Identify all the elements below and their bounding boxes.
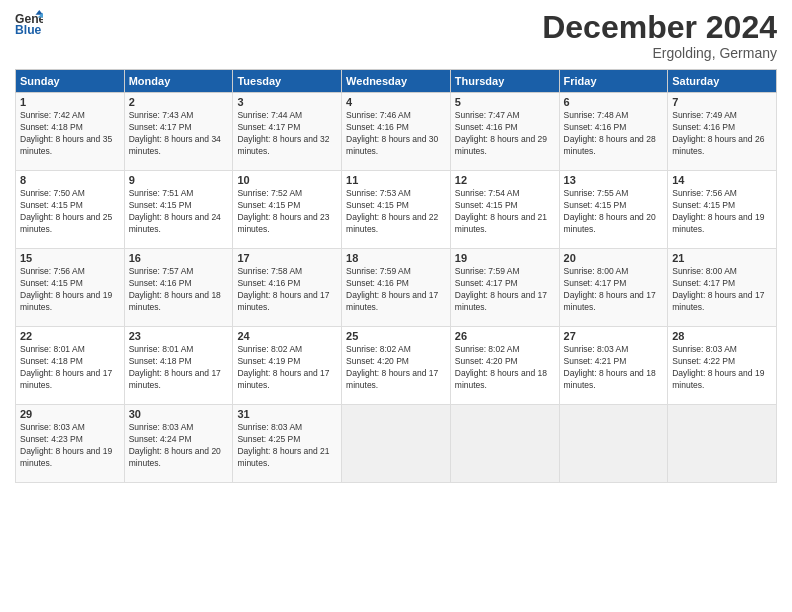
day-detail: Sunrise: 8:02 AMSunset: 4:20 PMDaylight:… bbox=[455, 344, 547, 390]
day-number: 7 bbox=[672, 96, 772, 108]
day-detail: Sunrise: 8:01 AMSunset: 4:18 PMDaylight:… bbox=[129, 344, 221, 390]
calendar-week-row: 29 Sunrise: 8:03 AMSunset: 4:23 PMDaylig… bbox=[16, 405, 777, 483]
day-number: 28 bbox=[672, 330, 772, 342]
table-row: 26 Sunrise: 8:02 AMSunset: 4:20 PMDaylig… bbox=[450, 327, 559, 405]
day-detail: Sunrise: 8:03 AMSunset: 4:25 PMDaylight:… bbox=[237, 422, 329, 468]
table-row: 13 Sunrise: 7:55 AMSunset: 4:15 PMDaylig… bbox=[559, 171, 668, 249]
day-number: 24 bbox=[237, 330, 337, 342]
day-detail: Sunrise: 8:03 AMSunset: 4:24 PMDaylight:… bbox=[129, 422, 221, 468]
table-row: 7 Sunrise: 7:49 AMSunset: 4:16 PMDayligh… bbox=[668, 93, 777, 171]
table-row: 2 Sunrise: 7:43 AMSunset: 4:17 PMDayligh… bbox=[124, 93, 233, 171]
logo-line: General Blue bbox=[15, 10, 47, 38]
header-wednesday: Wednesday bbox=[342, 70, 451, 93]
table-row: 5 Sunrise: 7:47 AMSunset: 4:16 PMDayligh… bbox=[450, 93, 559, 171]
day-number: 4 bbox=[346, 96, 446, 108]
day-detail: Sunrise: 8:03 AMSunset: 4:21 PMDaylight:… bbox=[564, 344, 656, 390]
day-detail: Sunrise: 7:53 AMSunset: 4:15 PMDaylight:… bbox=[346, 188, 438, 234]
table-row: 4 Sunrise: 7:46 AMSunset: 4:16 PMDayligh… bbox=[342, 93, 451, 171]
day-number: 16 bbox=[129, 252, 229, 264]
table-row: 18 Sunrise: 7:59 AMSunset: 4:16 PMDaylig… bbox=[342, 249, 451, 327]
day-number: 11 bbox=[346, 174, 446, 186]
month-title: December 2024 bbox=[542, 10, 777, 45]
day-detail: Sunrise: 7:46 AMSunset: 4:16 PMDaylight:… bbox=[346, 110, 438, 156]
calendar-table: Sunday Monday Tuesday Wednesday Thursday… bbox=[15, 69, 777, 483]
header-tuesday: Tuesday bbox=[233, 70, 342, 93]
table-row: 27 Sunrise: 8:03 AMSunset: 4:21 PMDaylig… bbox=[559, 327, 668, 405]
day-number: 22 bbox=[20, 330, 120, 342]
day-number: 26 bbox=[455, 330, 555, 342]
table-row bbox=[668, 405, 777, 483]
day-number: 20 bbox=[564, 252, 664, 264]
table-row: 25 Sunrise: 8:02 AMSunset: 4:20 PMDaylig… bbox=[342, 327, 451, 405]
table-row: 1 Sunrise: 7:42 AMSunset: 4:18 PMDayligh… bbox=[16, 93, 125, 171]
day-number: 8 bbox=[20, 174, 120, 186]
table-row: 30 Sunrise: 8:03 AMSunset: 4:24 PMDaylig… bbox=[124, 405, 233, 483]
table-row: 29 Sunrise: 8:03 AMSunset: 4:23 PMDaylig… bbox=[16, 405, 125, 483]
day-number: 15 bbox=[20, 252, 120, 264]
table-row: 19 Sunrise: 7:59 AMSunset: 4:17 PMDaylig… bbox=[450, 249, 559, 327]
day-detail: Sunrise: 7:59 AMSunset: 4:17 PMDaylight:… bbox=[455, 266, 547, 312]
table-row bbox=[559, 405, 668, 483]
calendar-week-row: 8 Sunrise: 7:50 AMSunset: 4:15 PMDayligh… bbox=[16, 171, 777, 249]
day-detail: Sunrise: 7:51 AMSunset: 4:15 PMDaylight:… bbox=[129, 188, 221, 234]
day-number: 14 bbox=[672, 174, 772, 186]
logo: General Blue bbox=[15, 10, 47, 38]
day-detail: Sunrise: 7:50 AMSunset: 4:15 PMDaylight:… bbox=[20, 188, 112, 234]
day-number: 29 bbox=[20, 408, 120, 420]
calendar-body: 1 Sunrise: 7:42 AMSunset: 4:18 PMDayligh… bbox=[16, 93, 777, 483]
day-detail: Sunrise: 8:02 AMSunset: 4:19 PMDaylight:… bbox=[237, 344, 329, 390]
table-row: 21 Sunrise: 8:00 AMSunset: 4:17 PMDaylig… bbox=[668, 249, 777, 327]
table-row: 16 Sunrise: 7:57 AMSunset: 4:16 PMDaylig… bbox=[124, 249, 233, 327]
header-thursday: Thursday bbox=[450, 70, 559, 93]
day-number: 30 bbox=[129, 408, 229, 420]
table-row: 12 Sunrise: 7:54 AMSunset: 4:15 PMDaylig… bbox=[450, 171, 559, 249]
day-detail: Sunrise: 8:02 AMSunset: 4:20 PMDaylight:… bbox=[346, 344, 438, 390]
header-sunday: Sunday bbox=[16, 70, 125, 93]
weekday-header-row: Sunday Monday Tuesday Wednesday Thursday… bbox=[16, 70, 777, 93]
day-number: 5 bbox=[455, 96, 555, 108]
day-detail: Sunrise: 7:49 AMSunset: 4:16 PMDaylight:… bbox=[672, 110, 764, 156]
day-number: 1 bbox=[20, 96, 120, 108]
day-detail: Sunrise: 7:54 AMSunset: 4:15 PMDaylight:… bbox=[455, 188, 547, 234]
day-detail: Sunrise: 7:48 AMSunset: 4:16 PMDaylight:… bbox=[564, 110, 656, 156]
table-row: 11 Sunrise: 7:53 AMSunset: 4:15 PMDaylig… bbox=[342, 171, 451, 249]
calendar-container: General Blue December 2024 Ergolding, Ge… bbox=[0, 0, 792, 612]
day-number: 9 bbox=[129, 174, 229, 186]
day-number: 2 bbox=[129, 96, 229, 108]
day-number: 6 bbox=[564, 96, 664, 108]
day-detail: Sunrise: 8:03 AMSunset: 4:22 PMDaylight:… bbox=[672, 344, 764, 390]
location: Ergolding, Germany bbox=[542, 45, 777, 61]
table-row: 8 Sunrise: 7:50 AMSunset: 4:15 PMDayligh… bbox=[16, 171, 125, 249]
table-row bbox=[342, 405, 451, 483]
day-number: 27 bbox=[564, 330, 664, 342]
day-detail: Sunrise: 8:00 AMSunset: 4:17 PMDaylight:… bbox=[672, 266, 764, 312]
day-detail: Sunrise: 7:56 AMSunset: 4:15 PMDaylight:… bbox=[672, 188, 764, 234]
table-row: 22 Sunrise: 8:01 AMSunset: 4:18 PMDaylig… bbox=[16, 327, 125, 405]
table-row: 31 Sunrise: 8:03 AMSunset: 4:25 PMDaylig… bbox=[233, 405, 342, 483]
day-number: 31 bbox=[237, 408, 337, 420]
day-detail: Sunrise: 8:03 AMSunset: 4:23 PMDaylight:… bbox=[20, 422, 112, 468]
day-number: 17 bbox=[237, 252, 337, 264]
table-row: 28 Sunrise: 8:03 AMSunset: 4:22 PMDaylig… bbox=[668, 327, 777, 405]
table-row: 9 Sunrise: 7:51 AMSunset: 4:15 PMDayligh… bbox=[124, 171, 233, 249]
day-number: 10 bbox=[237, 174, 337, 186]
day-number: 18 bbox=[346, 252, 446, 264]
table-row bbox=[450, 405, 559, 483]
header: General Blue December 2024 Ergolding, Ge… bbox=[15, 10, 777, 61]
day-detail: Sunrise: 7:44 AMSunset: 4:17 PMDaylight:… bbox=[237, 110, 329, 156]
table-row: 17 Sunrise: 7:58 AMSunset: 4:16 PMDaylig… bbox=[233, 249, 342, 327]
table-row: 6 Sunrise: 7:48 AMSunset: 4:16 PMDayligh… bbox=[559, 93, 668, 171]
day-detail: Sunrise: 8:01 AMSunset: 4:18 PMDaylight:… bbox=[20, 344, 112, 390]
day-detail: Sunrise: 7:58 AMSunset: 4:16 PMDaylight:… bbox=[237, 266, 329, 312]
day-number: 23 bbox=[129, 330, 229, 342]
header-saturday: Saturday bbox=[668, 70, 777, 93]
day-detail: Sunrise: 7:56 AMSunset: 4:15 PMDaylight:… bbox=[20, 266, 112, 312]
calendar-week-row: 15 Sunrise: 7:56 AMSunset: 4:15 PMDaylig… bbox=[16, 249, 777, 327]
table-row: 14 Sunrise: 7:56 AMSunset: 4:15 PMDaylig… bbox=[668, 171, 777, 249]
day-detail: Sunrise: 7:59 AMSunset: 4:16 PMDaylight:… bbox=[346, 266, 438, 312]
day-number: 13 bbox=[564, 174, 664, 186]
table-row: 10 Sunrise: 7:52 AMSunset: 4:15 PMDaylig… bbox=[233, 171, 342, 249]
day-detail: Sunrise: 8:00 AMSunset: 4:17 PMDaylight:… bbox=[564, 266, 656, 312]
svg-text:Blue: Blue bbox=[15, 23, 42, 37]
title-area: December 2024 Ergolding, Germany bbox=[542, 10, 777, 61]
